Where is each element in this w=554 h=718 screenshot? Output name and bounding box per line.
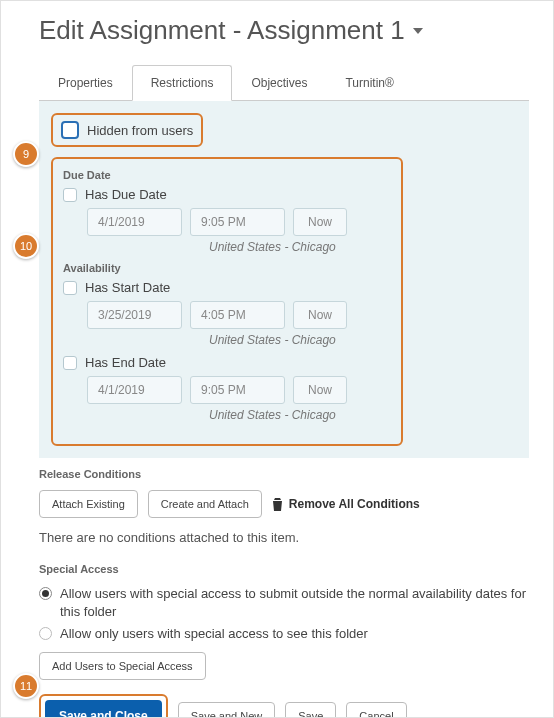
due-now-button[interactable]: Now [293, 208, 347, 236]
special-opt1-label: Allow users with special access to submi… [60, 585, 529, 621]
has-due-date-checkbox[interactable] [63, 188, 77, 202]
has-due-date-label: Has Due Date [85, 187, 167, 202]
has-due-date-row: Has Due Date [63, 187, 391, 202]
special-access-option-2[interactable]: Allow only users with special access to … [39, 625, 529, 643]
remove-all-label: Remove All Conditions [289, 497, 420, 511]
save-button[interactable]: Save [285, 702, 336, 718]
footer-actions: Save and Close Save and New Save Cancel [39, 694, 553, 718]
callout-badge-11: 11 [13, 673, 39, 699]
save-and-close-button[interactable]: Save and Close [45, 700, 162, 718]
hidden-from-users-row: Hidden from users [51, 113, 203, 147]
attach-existing-button[interactable]: Attach Existing [39, 490, 138, 518]
has-start-date-label: Has Start Date [85, 280, 170, 295]
save-close-highlight: Save and Close [39, 694, 168, 718]
start-date-field[interactable]: 3/25/2019 [87, 301, 182, 329]
create-and-attach-button[interactable]: Create and Attach [148, 490, 262, 518]
has-start-date-checkbox[interactable] [63, 281, 77, 295]
special-access-section: Special Access Allow users with special … [39, 563, 529, 680]
tab-restrictions[interactable]: Restrictions [132, 65, 233, 101]
callout-badge-10: 10 [13, 233, 39, 259]
cancel-button[interactable]: Cancel [346, 702, 406, 718]
no-conditions-text: There are no conditions attached to this… [39, 530, 529, 545]
due-time-field[interactable]: 9:05 PM [190, 208, 285, 236]
end-date-field[interactable]: 4/1/2019 [87, 376, 182, 404]
date-availability-block: Due Date Has Due Date 4/1/2019 9:05 PM N… [51, 157, 403, 446]
special-access-label: Special Access [39, 563, 529, 575]
due-date-field[interactable]: 4/1/2019 [87, 208, 182, 236]
title-text: Edit Assignment - Assignment 1 [39, 15, 405, 46]
start-time-field[interactable]: 4:05 PM [190, 301, 285, 329]
callout-badge-9: 9 [13, 141, 39, 167]
restrictions-panel: Hidden from users Due Date Has Due Date … [39, 101, 529, 458]
trash-icon [272, 498, 283, 511]
end-now-button[interactable]: Now [293, 376, 347, 404]
has-end-date-checkbox[interactable] [63, 356, 77, 370]
end-time-field[interactable]: 9:05 PM [190, 376, 285, 404]
availability-section-label: Availability [63, 262, 391, 274]
special-opt2-label: Allow only users with special access to … [60, 625, 368, 643]
due-timezone: United States - Chicago [209, 240, 391, 254]
tab-bar: Properties Restrictions Objectives Turni… [39, 64, 529, 101]
radio-allow-outside[interactable] [39, 587, 52, 600]
release-conditions-label: Release Conditions [39, 468, 529, 480]
tab-properties[interactable]: Properties [39, 65, 132, 101]
save-and-new-button[interactable]: Save and New [178, 702, 276, 718]
has-end-date-label: Has End Date [85, 355, 166, 370]
start-timezone: United States - Chicago [209, 333, 391, 347]
chevron-down-icon[interactable] [413, 28, 423, 34]
radio-allow-only[interactable] [39, 627, 52, 640]
page-title[interactable]: Edit Assignment - Assignment 1 [39, 15, 553, 46]
remove-all-conditions[interactable]: Remove All Conditions [272, 497, 420, 511]
hidden-from-users-checkbox[interactable] [61, 121, 79, 139]
due-date-section-label: Due Date [63, 169, 391, 181]
special-access-option-1[interactable]: Allow users with special access to submi… [39, 585, 529, 621]
tab-objectives[interactable]: Objectives [232, 65, 326, 101]
tab-turnitin[interactable]: Turnitin® [326, 65, 412, 101]
add-users-special-access-button[interactable]: Add Users to Special Access [39, 652, 206, 680]
has-end-date-row: Has End Date [63, 355, 391, 370]
end-timezone: United States - Chicago [209, 408, 391, 422]
has-start-date-row: Has Start Date [63, 280, 391, 295]
start-now-button[interactable]: Now [293, 301, 347, 329]
release-conditions-section: Release Conditions Attach Existing Creat… [39, 458, 529, 545]
hidden-from-users-label: Hidden from users [87, 123, 193, 138]
